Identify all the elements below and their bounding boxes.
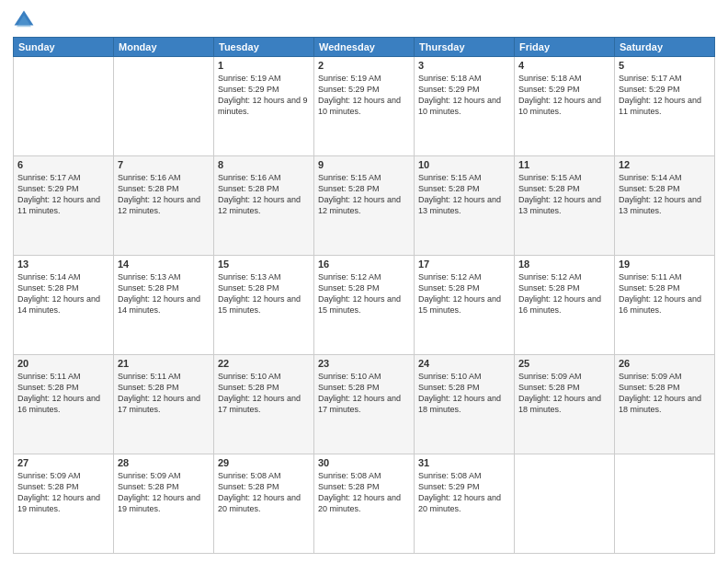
day-number: 17 bbox=[418, 259, 510, 270]
calendar-cell: 29Sunrise: 5:08 AMSunset: 5:28 PMDayligh… bbox=[214, 454, 314, 554]
calendar-week-4: 27Sunrise: 5:09 AMSunset: 5:28 PMDayligh… bbox=[14, 454, 715, 554]
cell-info: Sunrise: 5:09 AMSunset: 5:28 PMDaylight:… bbox=[518, 371, 610, 416]
calendar-cell bbox=[615, 454, 715, 554]
day-number: 23 bbox=[318, 358, 410, 369]
calendar-cell: 9Sunrise: 5:15 AMSunset: 5:28 PMDaylight… bbox=[314, 156, 415, 256]
cell-info: Sunrise: 5:13 AMSunset: 5:28 PMDaylight:… bbox=[118, 271, 210, 316]
calendar-cell: 8Sunrise: 5:16 AMSunset: 5:28 PMDaylight… bbox=[214, 156, 314, 256]
cell-info: Sunrise: 5:08 AMSunset: 5:28 PMDaylight:… bbox=[318, 470, 410, 515]
cell-info: Sunrise: 5:11 AMSunset: 5:28 PMDaylight:… bbox=[118, 371, 210, 416]
calendar-cell: 16Sunrise: 5:12 AMSunset: 5:28 PMDayligh… bbox=[314, 256, 415, 355]
day-number: 24 bbox=[418, 358, 510, 369]
calendar-week-2: 13Sunrise: 5:14 AMSunset: 5:28 PMDayligh… bbox=[14, 256, 715, 355]
calendar-cell: 14Sunrise: 5:13 AMSunset: 5:28 PMDayligh… bbox=[114, 256, 214, 355]
day-number: 11 bbox=[518, 159, 610, 170]
cell-info: Sunrise: 5:09 AMSunset: 5:28 PMDaylight:… bbox=[118, 470, 210, 515]
col-header-wednesday: Wednesday bbox=[314, 38, 415, 57]
cell-info: Sunrise: 5:11 AMSunset: 5:28 PMDaylight:… bbox=[17, 371, 109, 416]
calendar-cell: 15Sunrise: 5:13 AMSunset: 5:28 PMDayligh… bbox=[214, 256, 314, 355]
day-number: 13 bbox=[17, 259, 109, 270]
calendar-cell: 21Sunrise: 5:11 AMSunset: 5:28 PMDayligh… bbox=[114, 355, 214, 454]
cell-info: Sunrise: 5:16 AMSunset: 5:28 PMDaylight:… bbox=[218, 172, 310, 217]
cell-info: Sunrise: 5:11 AMSunset: 5:28 PMDaylight:… bbox=[619, 271, 711, 316]
calendar-header-row: SundayMondayTuesdayWednesdayThursdayFrid… bbox=[14, 38, 715, 57]
calendar-cell: 18Sunrise: 5:12 AMSunset: 5:28 PMDayligh… bbox=[515, 256, 615, 355]
day-number: 8 bbox=[218, 159, 310, 170]
cell-info: Sunrise: 5:08 AMSunset: 5:28 PMDaylight:… bbox=[218, 470, 310, 515]
day-number: 19 bbox=[619, 259, 711, 270]
calendar-cell: 6Sunrise: 5:17 AMSunset: 5:29 PMDaylight… bbox=[14, 156, 114, 256]
cell-info: Sunrise: 5:09 AMSunset: 5:28 PMDaylight:… bbox=[17, 470, 109, 515]
cell-info: Sunrise: 5:18 AMSunset: 5:29 PMDaylight:… bbox=[418, 73, 510, 118]
logo-icon bbox=[13, 9, 35, 31]
calendar-cell bbox=[14, 57, 114, 156]
cell-info: Sunrise: 5:12 AMSunset: 5:28 PMDaylight:… bbox=[318, 271, 410, 316]
day-number: 26 bbox=[619, 358, 711, 369]
calendar-cell: 20Sunrise: 5:11 AMSunset: 5:28 PMDayligh… bbox=[14, 355, 114, 454]
page: SundayMondayTuesdayWednesdayThursdayFrid… bbox=[0, 0, 728, 563]
cell-info: Sunrise: 5:14 AMSunset: 5:28 PMDaylight:… bbox=[17, 271, 109, 316]
day-number: 16 bbox=[318, 259, 410, 270]
day-number: 9 bbox=[318, 159, 410, 170]
cell-info: Sunrise: 5:10 AMSunset: 5:28 PMDaylight:… bbox=[218, 371, 310, 416]
day-number: 15 bbox=[218, 259, 310, 270]
calendar-cell: 12Sunrise: 5:14 AMSunset: 5:28 PMDayligh… bbox=[615, 156, 715, 256]
cell-info: Sunrise: 5:08 AMSunset: 5:29 PMDaylight:… bbox=[418, 470, 510, 515]
cell-info: Sunrise: 5:10 AMSunset: 5:28 PMDaylight:… bbox=[318, 371, 410, 416]
cell-info: Sunrise: 5:15 AMSunset: 5:28 PMDaylight:… bbox=[318, 172, 410, 217]
cell-info: Sunrise: 5:17 AMSunset: 5:29 PMDaylight:… bbox=[619, 73, 711, 118]
calendar-cell: 10Sunrise: 5:15 AMSunset: 5:28 PMDayligh… bbox=[415, 156, 515, 256]
day-number: 21 bbox=[118, 358, 210, 369]
header bbox=[13, 9, 715, 31]
cell-info: Sunrise: 5:10 AMSunset: 5:28 PMDaylight:… bbox=[418, 371, 510, 416]
calendar-cell: 1Sunrise: 5:19 AMSunset: 5:29 PMDaylight… bbox=[214, 57, 314, 156]
cell-info: Sunrise: 5:15 AMSunset: 5:28 PMDaylight:… bbox=[518, 172, 610, 217]
day-number: 20 bbox=[17, 358, 109, 369]
calendar-cell: 13Sunrise: 5:14 AMSunset: 5:28 PMDayligh… bbox=[14, 256, 114, 355]
cell-info: Sunrise: 5:18 AMSunset: 5:29 PMDaylight:… bbox=[518, 73, 610, 118]
cell-info: Sunrise: 5:09 AMSunset: 5:28 PMDaylight:… bbox=[619, 371, 711, 416]
calendar-cell: 24Sunrise: 5:10 AMSunset: 5:28 PMDayligh… bbox=[415, 355, 515, 454]
logo bbox=[13, 9, 39, 31]
calendar-cell: 23Sunrise: 5:10 AMSunset: 5:28 PMDayligh… bbox=[314, 355, 415, 454]
calendar-week-3: 20Sunrise: 5:11 AMSunset: 5:28 PMDayligh… bbox=[14, 355, 715, 454]
cell-info: Sunrise: 5:13 AMSunset: 5:28 PMDaylight:… bbox=[218, 271, 310, 316]
calendar-cell: 4Sunrise: 5:18 AMSunset: 5:29 PMDaylight… bbox=[515, 57, 615, 156]
day-number: 3 bbox=[418, 60, 510, 71]
calendar-cell: 11Sunrise: 5:15 AMSunset: 5:28 PMDayligh… bbox=[515, 156, 615, 256]
calendar-cell: 25Sunrise: 5:09 AMSunset: 5:28 PMDayligh… bbox=[515, 355, 615, 454]
day-number: 4 bbox=[518, 60, 610, 71]
calendar-cell: 19Sunrise: 5:11 AMSunset: 5:28 PMDayligh… bbox=[615, 256, 715, 355]
calendar-cell: 26Sunrise: 5:09 AMSunset: 5:28 PMDayligh… bbox=[615, 355, 715, 454]
col-header-friday: Friday bbox=[515, 38, 615, 57]
day-number: 1 bbox=[218, 60, 310, 71]
day-number: 30 bbox=[318, 457, 410, 468]
calendar-cell: 17Sunrise: 5:12 AMSunset: 5:28 PMDayligh… bbox=[415, 256, 515, 355]
cell-info: Sunrise: 5:12 AMSunset: 5:28 PMDaylight:… bbox=[518, 271, 610, 316]
calendar-cell bbox=[515, 454, 615, 554]
calendar-cell: 27Sunrise: 5:09 AMSunset: 5:28 PMDayligh… bbox=[14, 454, 114, 554]
calendar-cell: 31Sunrise: 5:08 AMSunset: 5:29 PMDayligh… bbox=[415, 454, 515, 554]
calendar-cell: 28Sunrise: 5:09 AMSunset: 5:28 PMDayligh… bbox=[114, 454, 214, 554]
calendar-cell bbox=[114, 57, 214, 156]
cell-info: Sunrise: 5:12 AMSunset: 5:28 PMDaylight:… bbox=[418, 271, 510, 316]
day-number: 29 bbox=[218, 457, 310, 468]
calendar-week-1: 6Sunrise: 5:17 AMSunset: 5:29 PMDaylight… bbox=[14, 156, 715, 256]
day-number: 2 bbox=[318, 60, 410, 71]
day-number: 14 bbox=[118, 259, 210, 270]
day-number: 31 bbox=[418, 457, 510, 468]
calendar-cell: 5Sunrise: 5:17 AMSunset: 5:29 PMDaylight… bbox=[615, 57, 715, 156]
cell-info: Sunrise: 5:19 AMSunset: 5:29 PMDaylight:… bbox=[218, 73, 310, 118]
day-number: 22 bbox=[218, 358, 310, 369]
cell-info: Sunrise: 5:16 AMSunset: 5:28 PMDaylight:… bbox=[118, 172, 210, 217]
calendar-cell: 30Sunrise: 5:08 AMSunset: 5:28 PMDayligh… bbox=[314, 454, 415, 554]
day-number: 12 bbox=[619, 159, 711, 170]
day-number: 7 bbox=[118, 159, 210, 170]
cell-info: Sunrise: 5:15 AMSunset: 5:28 PMDaylight:… bbox=[418, 172, 510, 217]
col-header-saturday: Saturday bbox=[615, 38, 715, 57]
cell-info: Sunrise: 5:17 AMSunset: 5:29 PMDaylight:… bbox=[17, 172, 109, 217]
calendar-cell: 22Sunrise: 5:10 AMSunset: 5:28 PMDayligh… bbox=[214, 355, 314, 454]
day-number: 28 bbox=[118, 457, 210, 468]
calendar-cell: 7Sunrise: 5:16 AMSunset: 5:28 PMDaylight… bbox=[114, 156, 214, 256]
day-number: 10 bbox=[418, 159, 510, 170]
